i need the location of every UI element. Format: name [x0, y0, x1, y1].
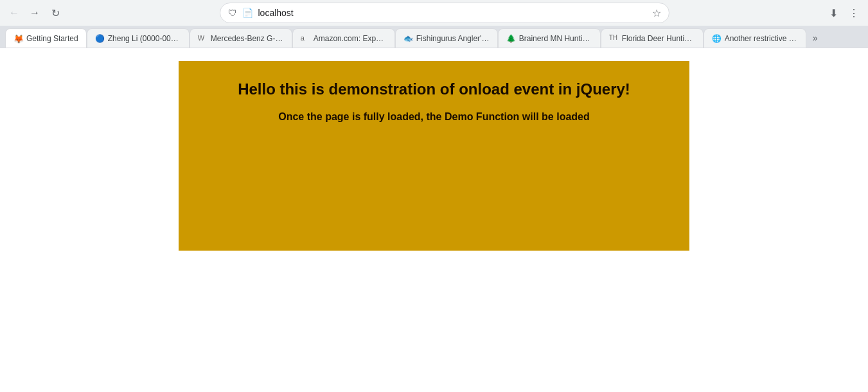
- url-text: localhost: [258, 8, 647, 18]
- tab-label-getting-started: Getting Started: [26, 34, 78, 43]
- tab-fishingurus[interactable]: 🐟 Fishingurus Angler's l...: [395, 28, 498, 48]
- tab-favicon-zheng-li: 🔵: [95, 34, 104, 43]
- page-icon: 📄: [242, 8, 253, 18]
- tab-label-florida: Florida Deer Hunting S...: [622, 34, 695, 43]
- tabs-bar: 🦊 Getting Started 🔵 Zheng Li (0000-0002-…: [0, 26, 868, 48]
- star-icon[interactable]: ☆: [652, 7, 661, 19]
- tab-another[interactable]: 🌐 Another restrictive dee...: [704, 28, 806, 48]
- tab-favicon-mercedes: W: [198, 34, 207, 43]
- tab-brainerd[interactable]: 🌲 Brainerd MN Hunting ...: [498, 28, 601, 48]
- tab-label-another: Another restrictive dee...: [725, 34, 798, 43]
- tab-getting-started[interactable]: 🦊 Getting Started: [5, 28, 87, 48]
- demo-title: Hello this is demonstration of onload ev…: [238, 80, 630, 98]
- browser-chrome: ← → ↻ 🛡 📄 localhost ☆ ⬇ ⋮ 🦊 Getting Star…: [0, 0, 868, 48]
- tab-label-fishingurus: Fishingurus Angler's l...: [416, 34, 490, 43]
- tab-favicon-getting-started: 🦊: [13, 34, 22, 43]
- tab-favicon-fishingurus: 🐟: [403, 34, 412, 43]
- browser-topbar: ← → ↻ 🛡 📄 localhost ☆ ⬇ ⋮: [0, 0, 868, 26]
- back-button[interactable]: ←: [5, 4, 23, 22]
- tab-favicon-florida: TH: [609, 34, 618, 43]
- tab-label-amazon: Amazon.com: ExpertP...: [314, 34, 387, 43]
- tab-zheng-li[interactable]: 🔵 Zheng Li (0000-0002-3...: [87, 28, 190, 48]
- tab-label-zheng-li: Zheng Li (0000-0002-3...: [108, 34, 181, 43]
- security-icon: 🛡: [228, 8, 237, 18]
- page-content: Hello this is demonstration of onload ev…: [0, 48, 868, 392]
- tab-label-mercedes: Mercedes-Benz G-Clas...: [211, 34, 284, 43]
- tab-label-brainerd: Brainerd MN Hunting ...: [519, 34, 592, 43]
- tab-florida[interactable]: TH Florida Deer Hunting S...: [601, 28, 704, 48]
- tab-amazon[interactable]: a Amazon.com: ExpertP...: [292, 28, 395, 48]
- more-tabs-button[interactable]: »: [806, 28, 824, 48]
- nav-buttons: ← → ↻: [5, 4, 64, 22]
- demo-box: Hello this is demonstration of onload ev…: [179, 61, 689, 251]
- download-button[interactable]: ⬇: [824, 4, 842, 22]
- tab-favicon-brainerd: 🌲: [506, 34, 515, 43]
- address-right-icons: ☆: [652, 7, 661, 19]
- tab-mercedes[interactable]: W Mercedes-Benz G-Clas...: [190, 28, 292, 48]
- demo-subtitle: Once the page is fully loaded, the Demo …: [278, 111, 590, 123]
- reload-button[interactable]: ↻: [46, 4, 64, 22]
- menu-button[interactable]: ⋮: [845, 4, 863, 22]
- tab-favicon-another: 🌐: [712, 34, 721, 43]
- topbar-right-icons: ⬇ ⋮: [824, 4, 863, 22]
- forward-button[interactable]: →: [26, 4, 44, 22]
- tab-favicon-amazon: a: [301, 34, 310, 43]
- address-bar[interactable]: 🛡 📄 localhost ☆: [220, 3, 669, 23]
